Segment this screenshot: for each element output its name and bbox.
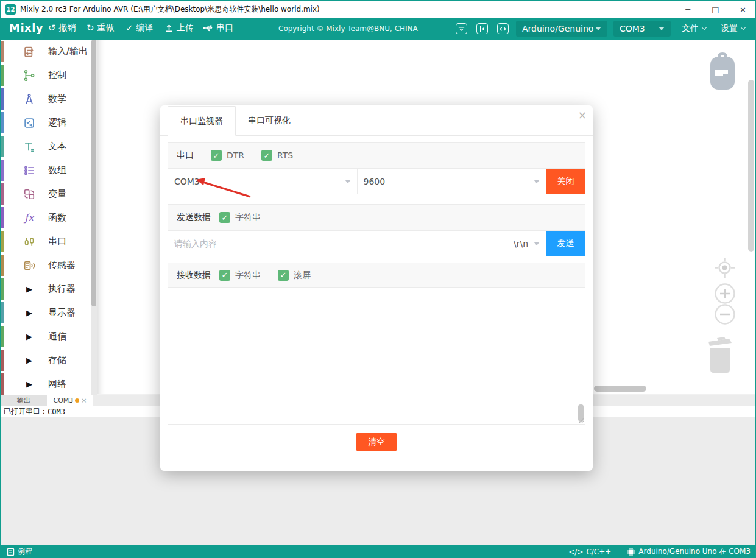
console-port-value: COM3 [48,408,65,416]
dialog-close-icon[interactable]: × [578,109,587,121]
sidebar-item-label: 控制 [48,69,66,81]
sidebar-item-text[interactable]: 文本 [1,135,97,158]
tab-serial-monitor[interactable]: 串口监视器 [168,106,236,136]
zoom-in-icon[interactable] [714,283,736,305]
sidebar-item-sensor[interactable]: 传感器 [1,253,97,277]
workspace-vscroll-thumb[interactable] [748,80,754,252]
upload-icon [164,24,174,33]
send-section-label: 发送数据 [177,212,211,223]
expand-triangle-icon: ▶ [21,380,37,389]
mixly-logo-icon: 12 [5,4,16,15]
function-icon: ƒx [21,212,37,224]
window-title: Mixly 2.0 rc3 For Arduino AVR (E:\用户文档\D… [20,4,320,15]
baud-rate-select[interactable]: 9600 [358,169,547,194]
sidebar-item-network[interactable]: ▶ 网络 [1,372,97,396]
category-stripe [1,160,4,181]
import-blocks-button[interactable] [456,23,467,34]
tab-com3[interactable]: COM3 × [47,395,93,406]
array-icon [21,164,37,177]
port-select[interactable]: COM3 [613,21,671,37]
sidebar-item-display[interactable]: ▶ 显示器 [1,301,97,325]
receive-textarea[interactable] [168,288,585,424]
clear-button[interactable]: 清空 [356,433,397,451]
tab-output[interactable]: 输出 [1,395,47,406]
category-stripe [1,207,4,228]
serial-controls-row: COM3 9600 关闭 [168,169,585,194]
zoom-out-icon[interactable] [714,303,736,325]
chevron-down-icon [534,180,540,183]
sidebar-item-function[interactable]: ƒx 函数 [1,206,97,230]
undo-icon: ↺ [48,24,56,33]
dialog-tabs: 串口监视器 串口可视化 [160,105,593,136]
send-data-header: 发送数据 ✓ 字符串 [168,205,585,231]
backpack-icon[interactable] [707,51,738,91]
trash-icon[interactable] [705,336,735,375]
logic-icon [21,117,37,129]
board-status: Arduino/Genuino Uno 在 COM3 [627,546,751,557]
send-string-checkbox[interactable]: ✓ 字符串 [219,212,261,223]
sidebar-item-actuator[interactable]: ▶ 执行器 [1,277,97,301]
sidebar-item-math[interactable]: 数学 [1,87,97,111]
sidebar-item-serial[interactable]: 串口 [1,230,97,253]
line-ending-select[interactable]: \r\n [507,231,546,256]
sidebar-item-label: 网络 [48,378,66,390]
file-menu[interactable]: 文件 [682,23,706,34]
settings-menu[interactable]: 设置 [721,23,745,34]
send-string-label: 字符串 [235,212,261,223]
board-select[interactable]: Arduino/Genuino [516,21,607,37]
control-icon [21,69,37,82]
sidebar-item-label: 执行器 [48,283,76,295]
resize-grip-icon[interactable] [578,417,584,423]
autoscroll-label: 滚屏 [294,270,311,281]
workspace-hscroll-thumb[interactable] [594,386,646,392]
sidebar-item-array[interactable]: 数组 [1,158,97,182]
code-icon: </> [568,548,583,556]
sidebar-item-variable[interactable]: 变量 [1,182,97,206]
send-button[interactable]: 发送 [546,231,585,256]
redo-button[interactable]: ↻ 重做 [87,23,115,34]
category-stripe [1,88,4,110]
sidebar-scrollbar-thumb[interactable] [91,40,96,306]
collapse-panel-button[interactable] [476,23,488,34]
minimize-button[interactable]: − [674,1,702,18]
close-button[interactable]: × [729,1,756,18]
sidebar-item-io[interactable]: 输入/输出 [1,40,97,63]
main-toolbar: Mixly ↺ 撤销 ↻ 重做 ✓ 编译 上传 串口 [1,18,756,40]
check-icon: ✓ [125,24,133,33]
undo-button[interactable]: ↺ 撤销 [48,23,76,34]
receive-string-checkbox[interactable]: ✓ 字符串 [219,270,261,281]
sidebar-item-logic[interactable]: 逻辑 [1,111,97,135]
dtr-label: DTR [227,150,244,160]
brand-label[interactable]: Mixly [9,21,43,34]
category-stripe [1,326,4,347]
sidebar-item-control[interactable]: 控制 [1,63,97,87]
code-view-button[interactable] [497,23,509,34]
category-stripe [1,350,4,371]
upload-button[interactable]: 上传 [164,23,194,34]
rts-checkbox[interactable]: ✓ RTS [261,150,293,161]
checkbox-check-icon: ✓ [261,150,272,161]
autoscroll-checkbox[interactable]: ✓ 滚屏 [278,270,311,281]
send-input[interactable] [168,231,507,256]
language-indicator[interactable]: </> C/C++ [568,548,611,556]
maximize-button[interactable]: □ [702,1,729,18]
chip-icon [627,548,635,556]
console-message: 已打开串口： [4,406,48,417]
recenter-icon[interactable] [713,256,736,279]
text-icon [21,141,37,153]
tab-close-icon[interactable]: × [81,397,87,404]
serial-button[interactable]: 串口 [203,23,233,34]
rts-label: RTS [277,150,293,160]
checkbox-check-icon: ✓ [211,150,222,161]
sidebar-item-storage[interactable]: ▶ 存储 [1,348,97,372]
examples-button[interactable]: 例程 [7,546,32,557]
compile-button[interactable]: ✓ 编译 [125,23,154,34]
tab-output-label: 输出 [17,396,30,405]
com-port-select[interactable]: COM3 [168,169,358,194]
sidebar-item-communication[interactable]: ▶ 通信 [1,325,97,348]
close-port-button[interactable]: 关闭 [546,169,585,194]
tab-serial-visualization[interactable]: 串口可视化 [236,105,303,135]
box-download-icon [457,25,465,33]
dtr-checkbox[interactable]: ✓ DTR [211,150,244,161]
expand-triangle-icon: ▶ [21,284,37,294]
